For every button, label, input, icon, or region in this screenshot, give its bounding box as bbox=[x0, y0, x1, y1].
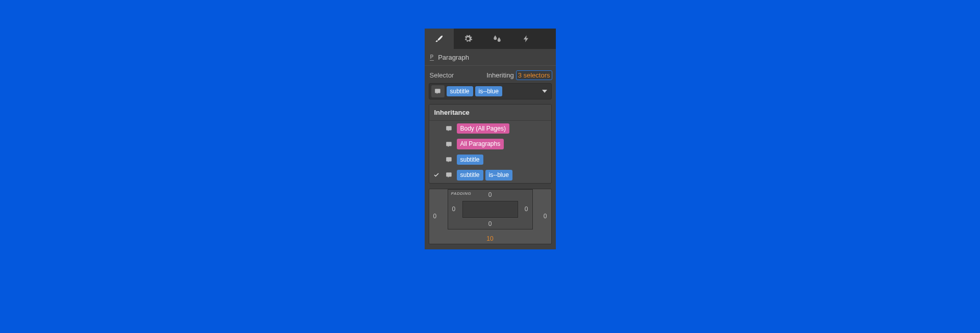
state-icon bbox=[445, 156, 454, 163]
gear-icon bbox=[463, 34, 473, 43]
state-icon bbox=[445, 141, 454, 148]
lightning-icon bbox=[522, 35, 530, 43]
droplets-icon bbox=[493, 34, 502, 43]
selector-header: Selector Inheriting 3 selectors bbox=[425, 66, 556, 83]
padding-box: PADDING 0 0 0 0 bbox=[448, 189, 533, 229]
selector-tag: subtitle bbox=[457, 170, 483, 180]
element-name: Paragraph bbox=[438, 54, 469, 61]
selector-tags: subtitle is--blue bbox=[447, 86, 502, 96]
padding-bottom-value[interactable]: 0 bbox=[488, 220, 492, 227]
padding-top-value[interactable]: 0 bbox=[488, 191, 492, 198]
inheritance-item[interactable]: Body (All Pages) bbox=[429, 121, 551, 136]
panel-tabs bbox=[425, 29, 556, 49]
state-icon bbox=[445, 171, 454, 178]
tab-interactions[interactable] bbox=[512, 29, 541, 49]
spacing-boxmodel: 0 0 10 PADDING 0 0 0 0 bbox=[429, 189, 552, 244]
selector-tag: Body (All Pages) bbox=[457, 123, 509, 134]
padding-right-value[interactable]: 0 bbox=[525, 206, 528, 213]
inheriting-label: Inheriting bbox=[486, 71, 513, 79]
inheritance-header: Inheritance bbox=[429, 105, 551, 121]
inheritance-item[interactable]: subtitle is--blue bbox=[429, 167, 551, 183]
margin-box: 0 0 10 PADDING 0 0 0 0 bbox=[429, 189, 552, 244]
class-tag[interactable]: subtitle bbox=[447, 86, 473, 96]
tab-effects[interactable] bbox=[483, 29, 512, 49]
inheriting-button[interactable]: Inheriting 3 selectors bbox=[486, 70, 552, 80]
margin-left-value[interactable]: 0 bbox=[433, 213, 437, 220]
checkmark-icon bbox=[433, 172, 439, 178]
content-box bbox=[462, 201, 518, 218]
padding-left-value[interactable]: 0 bbox=[452, 206, 456, 213]
chevron-down-icon[interactable] bbox=[542, 90, 547, 93]
inheritance-dropdown: Inheritance Body (All Pages) All Paragra… bbox=[429, 104, 552, 184]
padding-label: PADDING bbox=[451, 191, 472, 196]
inheritance-item[interactable]: subtitle bbox=[429, 152, 551, 167]
selector-tag: subtitle bbox=[457, 155, 483, 165]
margin-right-value[interactable]: 0 bbox=[544, 213, 547, 220]
margin-bottom-value[interactable]: 10 bbox=[486, 235, 493, 242]
selector-tag: All Paragraphs bbox=[457, 139, 504, 149]
paragraph-type-icon: P bbox=[430, 55, 434, 61]
style-panel: P Paragraph Selector Inheriting 3 select… bbox=[425, 29, 556, 249]
element-row: P Paragraph bbox=[425, 49, 556, 66]
check-column bbox=[431, 172, 442, 178]
tab-settings[interactable] bbox=[454, 29, 483, 49]
tab-style[interactable] bbox=[425, 29, 454, 49]
state-icon bbox=[445, 125, 454, 132]
inheritance-item[interactable]: All Paragraphs bbox=[429, 136, 551, 151]
paintbrush-icon bbox=[434, 34, 444, 44]
selector-input[interactable]: subtitle is--blue bbox=[429, 83, 552, 99]
class-tag[interactable]: is--blue bbox=[475, 86, 502, 96]
state-icon bbox=[434, 88, 442, 95]
inheriting-count: 3 selectors bbox=[516, 70, 552, 80]
selector-state-button[interactable] bbox=[431, 85, 445, 97]
selector-tag: is--blue bbox=[485, 170, 512, 180]
selector-label: Selector bbox=[430, 71, 454, 79]
